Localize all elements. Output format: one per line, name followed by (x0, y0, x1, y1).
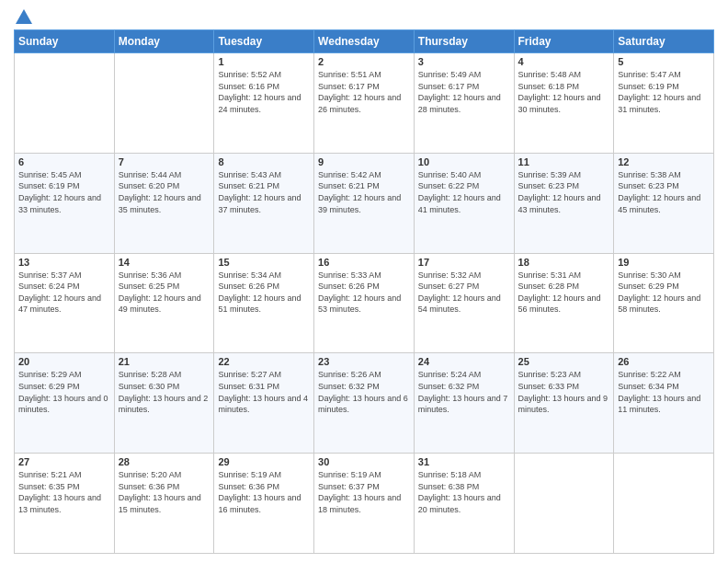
day-info: Sunrise: 5:48 AMSunset: 6:18 PMDaylight:… (518, 69, 610, 115)
calendar-cell: 24Sunrise: 5:24 AMSunset: 6:32 PMDayligh… (414, 353, 514, 454)
day-info: Sunrise: 5:28 AMSunset: 6:30 PMDaylight:… (119, 369, 210, 415)
day-number: 5 (618, 56, 710, 67)
weekday-header-monday: Monday (114, 30, 214, 53)
calendar-cell: 3Sunrise: 5:49 AMSunset: 6:17 PMDaylight… (414, 53, 514, 154)
day-info: Sunrise: 5:20 AMSunset: 6:36 PMDaylight:… (119, 469, 210, 515)
day-number: 21 (119, 356, 210, 367)
day-info: Sunrise: 5:24 AMSunset: 6:32 PMDaylight:… (418, 369, 510, 415)
day-info: Sunrise: 5:31 AMSunset: 6:28 PMDaylight:… (518, 270, 610, 316)
day-info: Sunrise: 5:30 AMSunset: 6:29 PMDaylight:… (618, 270, 710, 316)
weekday-header-friday: Friday (514, 30, 614, 53)
calendar-cell: 4Sunrise: 5:48 AMSunset: 6:18 PMDaylight… (514, 53, 614, 154)
calendar-cell: 15Sunrise: 5:34 AMSunset: 6:26 PMDayligh… (214, 253, 314, 353)
day-number: 13 (18, 257, 110, 268)
day-number: 27 (18, 456, 110, 467)
calendar-cell: 18Sunrise: 5:31 AMSunset: 6:28 PMDayligh… (514, 253, 614, 353)
calendar-cell (15, 53, 115, 154)
day-info: Sunrise: 5:18 AMSunset: 6:38 PMDaylight:… (418, 469, 510, 515)
day-number: 4 (518, 56, 610, 67)
day-info: Sunrise: 5:34 AMSunset: 6:26 PMDaylight:… (218, 270, 310, 316)
day-number: 6 (18, 156, 110, 167)
day-info: Sunrise: 5:36 AMSunset: 6:25 PMDaylight:… (119, 270, 210, 316)
day-number: 2 (318, 56, 410, 67)
calendar-cell: 23Sunrise: 5:26 AMSunset: 6:32 PMDayligh… (314, 353, 415, 454)
day-number: 18 (518, 257, 610, 268)
day-info: Sunrise: 5:27 AMSunset: 6:31 PMDaylight:… (218, 369, 310, 415)
day-info: Sunrise: 5:52 AMSunset: 6:16 PMDaylight:… (218, 69, 310, 115)
day-number: 31 (418, 456, 510, 467)
day-info: Sunrise: 5:37 AMSunset: 6:24 PMDaylight:… (18, 270, 110, 316)
day-number: 9 (318, 156, 410, 167)
day-number: 7 (119, 156, 210, 167)
calendar-cell: 11Sunrise: 5:39 AMSunset: 6:23 PMDayligh… (514, 153, 614, 253)
calendar-cell: 1Sunrise: 5:52 AMSunset: 6:16 PMDaylight… (214, 53, 314, 154)
logo-text (14, 9, 32, 24)
calendar-cell: 5Sunrise: 5:47 AMSunset: 6:19 PMDaylight… (614, 53, 714, 154)
calendar-cell: 29Sunrise: 5:19 AMSunset: 6:36 PMDayligh… (214, 454, 314, 554)
day-info: Sunrise: 5:29 AMSunset: 6:29 PMDaylight:… (18, 369, 110, 415)
calendar-cell: 28Sunrise: 5:20 AMSunset: 6:36 PMDayligh… (114, 454, 214, 554)
day-number: 22 (218, 356, 310, 367)
day-info: Sunrise: 5:44 AMSunset: 6:20 PMDaylight:… (119, 169, 210, 215)
day-number: 1 (218, 56, 310, 67)
calendar-cell (114, 53, 214, 154)
week-row-5: 27Sunrise: 5:21 AMSunset: 6:35 PMDayligh… (15, 454, 714, 554)
day-number: 8 (218, 156, 310, 167)
calendar-cell: 6Sunrise: 5:45 AMSunset: 6:19 PMDaylight… (15, 153, 115, 253)
day-number: 24 (418, 356, 510, 367)
day-number: 20 (18, 356, 110, 367)
calendar-cell: 21Sunrise: 5:28 AMSunset: 6:30 PMDayligh… (114, 353, 214, 454)
week-row-4: 20Sunrise: 5:29 AMSunset: 6:29 PMDayligh… (15, 353, 714, 454)
week-row-3: 13Sunrise: 5:37 AMSunset: 6:24 PMDayligh… (15, 253, 714, 353)
day-info: Sunrise: 5:26 AMSunset: 6:32 PMDaylight:… (318, 369, 410, 415)
weekday-header-thursday: Thursday (414, 30, 514, 53)
calendar-cell: 31Sunrise: 5:18 AMSunset: 6:38 PMDayligh… (414, 454, 514, 554)
logo (14, 9, 32, 24)
day-info: Sunrise: 5:43 AMSunset: 6:21 PMDaylight:… (218, 169, 310, 215)
day-info: Sunrise: 5:49 AMSunset: 6:17 PMDaylight:… (418, 69, 510, 115)
logo-triangle-icon (16, 9, 32, 24)
day-number: 19 (618, 257, 710, 268)
calendar-table: SundayMondayTuesdayWednesdayThursdayFrid… (14, 29, 714, 554)
day-number: 12 (618, 156, 710, 167)
week-row-1: 1Sunrise: 5:52 AMSunset: 6:16 PMDaylight… (15, 53, 714, 154)
day-info: Sunrise: 5:39 AMSunset: 6:23 PMDaylight:… (518, 169, 610, 215)
calendar-cell: 26Sunrise: 5:22 AMSunset: 6:34 PMDayligh… (614, 353, 714, 454)
calendar-cell: 9Sunrise: 5:42 AMSunset: 6:21 PMDaylight… (314, 153, 415, 253)
day-info: Sunrise: 5:40 AMSunset: 6:22 PMDaylight:… (418, 169, 510, 215)
calendar-cell (614, 454, 714, 554)
calendar-cell: 12Sunrise: 5:38 AMSunset: 6:23 PMDayligh… (614, 153, 714, 253)
calendar-cell: 30Sunrise: 5:19 AMSunset: 6:37 PMDayligh… (314, 454, 415, 554)
weekday-header-tuesday: Tuesday (214, 30, 314, 53)
week-row-2: 6Sunrise: 5:45 AMSunset: 6:19 PMDaylight… (15, 153, 714, 253)
calendar-cell: 22Sunrise: 5:27 AMSunset: 6:31 PMDayligh… (214, 353, 314, 454)
weekday-header-saturday: Saturday (614, 30, 714, 53)
day-number: 11 (518, 156, 610, 167)
calendar-cell: 20Sunrise: 5:29 AMSunset: 6:29 PMDayligh… (15, 353, 115, 454)
header (14, 9, 714, 24)
calendar-cell: 25Sunrise: 5:23 AMSunset: 6:33 PMDayligh… (514, 353, 614, 454)
day-number: 15 (218, 257, 310, 268)
day-number: 3 (418, 56, 510, 67)
day-number: 23 (318, 356, 410, 367)
weekday-header-sunday: Sunday (15, 30, 115, 53)
calendar-cell (514, 454, 614, 554)
day-info: Sunrise: 5:19 AMSunset: 6:36 PMDaylight:… (218, 469, 310, 515)
day-info: Sunrise: 5:38 AMSunset: 6:23 PMDaylight:… (618, 169, 710, 215)
day-info: Sunrise: 5:21 AMSunset: 6:35 PMDaylight:… (18, 469, 110, 515)
day-info: Sunrise: 5:22 AMSunset: 6:34 PMDaylight:… (618, 369, 710, 415)
calendar-cell: 10Sunrise: 5:40 AMSunset: 6:22 PMDayligh… (414, 153, 514, 253)
day-info: Sunrise: 5:19 AMSunset: 6:37 PMDaylight:… (318, 469, 410, 515)
calendar-cell: 16Sunrise: 5:33 AMSunset: 6:26 PMDayligh… (314, 253, 415, 353)
calendar-cell: 19Sunrise: 5:30 AMSunset: 6:29 PMDayligh… (614, 253, 714, 353)
day-info: Sunrise: 5:42 AMSunset: 6:21 PMDaylight:… (318, 169, 410, 215)
calendar-cell: 27Sunrise: 5:21 AMSunset: 6:35 PMDayligh… (15, 454, 115, 554)
calendar-cell: 17Sunrise: 5:32 AMSunset: 6:27 PMDayligh… (414, 253, 514, 353)
day-info: Sunrise: 5:33 AMSunset: 6:26 PMDaylight:… (318, 270, 410, 316)
day-number: 17 (418, 257, 510, 268)
day-info: Sunrise: 5:45 AMSunset: 6:19 PMDaylight:… (18, 169, 110, 215)
day-number: 25 (518, 356, 610, 367)
weekday-header-row: SundayMondayTuesdayWednesdayThursdayFrid… (15, 30, 714, 53)
weekday-header-wednesday: Wednesday (314, 30, 415, 53)
day-info: Sunrise: 5:51 AMSunset: 6:17 PMDaylight:… (318, 69, 410, 115)
